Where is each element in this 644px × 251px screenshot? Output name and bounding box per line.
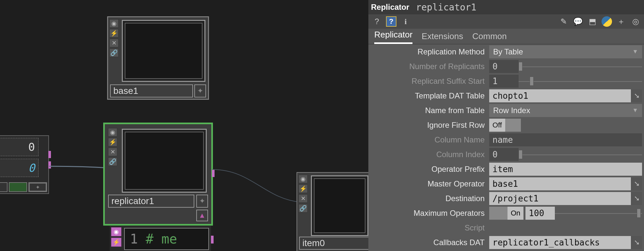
chop-foot-active[interactable] bbox=[9, 182, 27, 192]
toggle-pad[interactable] bbox=[489, 207, 507, 220]
input-operator-prefix[interactable] bbox=[489, 163, 642, 176]
parameter-toolbar: ? ? i ✎ 💬 ⬒ ＋ ◎ bbox=[368, 14, 644, 29]
plus-icon[interactable]: ＋ bbox=[616, 16, 626, 27]
node-flag-viewer[interactable]: ◉ bbox=[111, 227, 121, 236]
goto-op-icon[interactable]: ➘ bbox=[631, 177, 642, 190]
input-column-name[interactable] bbox=[489, 133, 642, 146]
output-connector[interactable] bbox=[212, 170, 215, 177]
input-master-operator[interactable] bbox=[489, 177, 631, 190]
param-label: Template DAT Table bbox=[368, 91, 489, 100]
node-flag-bypass[interactable]: 🔗 bbox=[109, 49, 119, 57]
input-max-ops[interactable] bbox=[525, 207, 555, 220]
param-label: Destination bbox=[368, 194, 489, 203]
slider-max-ops[interactable] bbox=[555, 207, 642, 220]
node-expand-button[interactable]: ✦ bbox=[196, 195, 208, 208]
toggle-max-ops[interactable]: On bbox=[507, 207, 523, 220]
info-icon[interactable]: i bbox=[400, 16, 411, 27]
node-expand-button[interactable]: ✦ bbox=[194, 84, 206, 97]
param-suffix-start: Replicant Suffix Start bbox=[368, 74, 644, 88]
node-flag-clone[interactable]: ⚡ bbox=[298, 185, 308, 193]
pulse-icon[interactable]: ▲ bbox=[199, 211, 206, 220]
output-connector[interactable] bbox=[48, 151, 51, 158]
param-callbacks-dat: Callbacks DAT ➘ bbox=[368, 235, 644, 250]
node-replicator1[interactable]: ◉ ⚡ ✕ 🔗 replicator1 ✦ ▲ bbox=[103, 123, 213, 226]
toggle-pad[interactable] bbox=[505, 119, 521, 132]
operator-type-label: Replicator bbox=[371, 3, 409, 12]
node-flag-lock[interactable]: ✕ bbox=[108, 148, 117, 156]
tag-icon[interactable]: ⬒ bbox=[587, 16, 598, 27]
param-label: Replication Method bbox=[368, 47, 489, 56]
dropdown-replication-method[interactable]: By Table ▼ bbox=[489, 45, 642, 58]
python-icon[interactable] bbox=[602, 16, 612, 27]
param-label: Column Index bbox=[368, 150, 489, 159]
parameter-header: Replicator bbox=[368, 0, 644, 14]
dat-code-preview: 1 # me bbox=[124, 228, 209, 250]
tab-extensions[interactable]: Extensions bbox=[422, 31, 463, 44]
input-destination[interactable] bbox=[489, 192, 631, 205]
node-callbacks-dat[interactable]: ◉ ⚡ 1 # me bbox=[110, 226, 211, 251]
node-viewer[interactable] bbox=[122, 20, 205, 82]
goto-op-icon[interactable]: ➘ bbox=[631, 192, 642, 205]
node-flag-lock[interactable]: ✕ bbox=[298, 194, 308, 203]
code-comment: # me bbox=[146, 231, 177, 246]
node-flag-viewer[interactable]: ◉ bbox=[109, 19, 119, 28]
node-item0[interactable]: ◉ ⚡ ✕ 🔗 item0 bbox=[297, 172, 372, 251]
node-flag-bypass[interactable]: 🔗 bbox=[298, 204, 308, 213]
slider-num-replicants[interactable] bbox=[519, 60, 642, 73]
parameter-pane: Replicator ? ? i ✎ 💬 ⬒ ＋ ◎ Replicator Ex… bbox=[368, 0, 644, 251]
node-name-field[interactable]: item0 bbox=[299, 237, 369, 250]
help-icon[interactable]: ? bbox=[372, 16, 382, 27]
param-label: Name from Table bbox=[368, 106, 489, 115]
network-editor[interactable]: 0 0 ✦ ◉ ⚡ ✕ 🔗 base1 ✦ ◉ bbox=[0, 0, 368, 251]
node-viewer[interactable] bbox=[122, 129, 207, 193]
param-replication-method: Replication Method By Table ▼ bbox=[368, 44, 644, 59]
slider-column-index[interactable] bbox=[519, 148, 642, 161]
input-column-index[interactable] bbox=[489, 148, 519, 161]
target-icon[interactable]: ◎ bbox=[630, 16, 641, 27]
node-viewer[interactable] bbox=[311, 175, 368, 236]
chop-foot-2[interactable]: ✦ bbox=[28, 182, 47, 192]
dropdown-value: Row Index bbox=[493, 106, 530, 115]
param-template-dat: Template DAT Table ➘ bbox=[368, 88, 644, 103]
goto-op-icon[interactable]: ➘ bbox=[631, 89, 642, 102]
input-callbacks-dat[interactable] bbox=[489, 236, 631, 249]
node-flag-viewer[interactable]: ◉ bbox=[298, 175, 308, 183]
output-connector-2[interactable] bbox=[48, 161, 51, 169]
node-name-field[interactable]: replicator1 bbox=[108, 195, 194, 208]
help-wiki-icon[interactable]: ? bbox=[386, 16, 396, 27]
input-num-replicants[interactable] bbox=[489, 60, 519, 73]
param-name-from-table: Name from Table Row Index ▼ bbox=[368, 103, 644, 118]
param-label: Maximum Operators bbox=[368, 209, 489, 218]
param-label: Script bbox=[368, 223, 489, 232]
chop-foot-0[interactable] bbox=[0, 182, 8, 192]
param-max-operators: Maximum Operators On bbox=[368, 206, 644, 220]
tab-replicator[interactable]: Replicator bbox=[374, 30, 412, 44]
operator-name-field[interactable] bbox=[414, 1, 641, 13]
chop-cell-0: 0 bbox=[0, 138, 39, 156]
comment-icon[interactable]: 💬 bbox=[573, 16, 583, 27]
param-operator-prefix: Operator Prefix bbox=[368, 162, 644, 176]
node-chop-partial[interactable]: 0 0 ✦ bbox=[0, 135, 49, 194]
node-flag-clone[interactable]: ⚡ bbox=[111, 238, 121, 247]
node-flag-viewer[interactable]: ◉ bbox=[108, 128, 117, 137]
node-flag-lock[interactable]: ✕ bbox=[109, 39, 119, 47]
node-flag-clone[interactable]: ⚡ bbox=[108, 138, 117, 146]
tab-common[interactable]: Common bbox=[472, 31, 507, 44]
node-name-field[interactable]: base1 bbox=[110, 84, 193, 97]
dropdown-name-from-table[interactable]: Row Index ▼ bbox=[489, 104, 642, 117]
output-connector[interactable] bbox=[211, 236, 214, 244]
chevron-down-icon: ▼ bbox=[632, 107, 638, 114]
toggle-ignore-first[interactable]: Off bbox=[489, 119, 505, 132]
param-label: Callbacks DAT bbox=[368, 238, 489, 247]
edit-icon[interactable]: ✎ bbox=[558, 16, 569, 27]
goto-op-icon[interactable]: ➘ bbox=[631, 236, 642, 249]
param-column-index: Column Index bbox=[368, 147, 644, 162]
node-flag-bypass[interactable]: 🔗 bbox=[108, 157, 117, 166]
slider-suffix-start[interactable] bbox=[519, 75, 642, 88]
node-flag-clone[interactable]: ⚡ bbox=[109, 29, 119, 37]
node-base1[interactable]: ◉ ⚡ ✕ 🔗 base1 ✦ bbox=[107, 16, 209, 100]
param-label: Number of Replicants bbox=[368, 62, 489, 71]
input-suffix-start[interactable] bbox=[489, 75, 519, 88]
input-template-dat[interactable] bbox=[489, 89, 631, 102]
param-column-name: Column Name bbox=[368, 132, 644, 147]
